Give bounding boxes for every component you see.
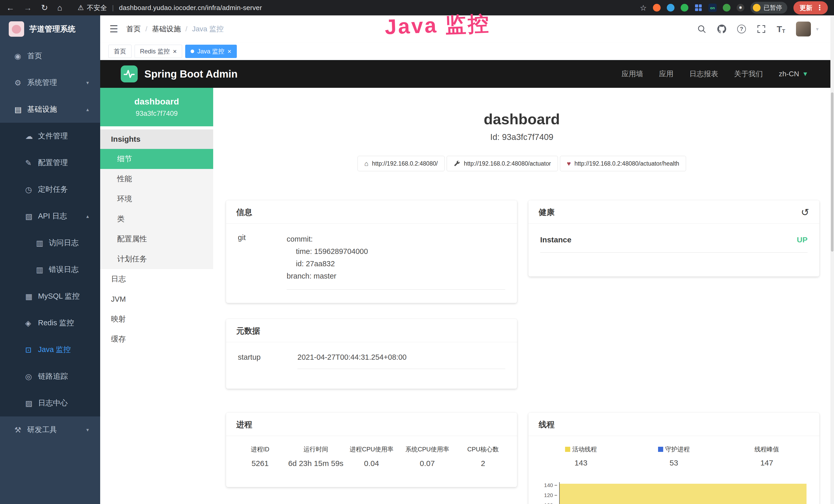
info-card: 信息 git commit: time: 1596289704000 id: 2… (226, 200, 517, 303)
sidebar-item-dev-tools[interactable]: ⚒ 研发工具 ▾ (0, 416, 100, 443)
sba-nav-about[interactable]: 关于我们 (734, 69, 763, 79)
sba-nav-journal[interactable]: 日志报表 (689, 69, 718, 79)
github-icon[interactable] (717, 24, 726, 33)
paused-badge[interactable]: 已暂停 (750, 2, 787, 14)
status-badge: UP (797, 235, 808, 244)
sba-nav-applications[interactable]: 应用 (659, 69, 674, 79)
metadata-key: startup (238, 353, 298, 369)
wrench-icon (454, 160, 460, 167)
sba-item-config-props[interactable]: 配置属性 (100, 229, 213, 249)
caret-down-icon: ▾ (816, 26, 818, 32)
app-logo[interactable]: 芋道管理系统 (0, 16, 100, 43)
extension-icon-grid[interactable] (695, 4, 702, 12)
chevron-down-icon: ▼ (802, 70, 808, 77)
health-url-button[interactable]: ♥ http://192.168.0.2:48080/actuator/heal… (560, 156, 686, 171)
sba-item-metrics[interactable]: 性能 (100, 169, 213, 189)
sidebar-item-system-management[interactable]: ⚙ 系统管理 ▾ (0, 69, 100, 96)
tab-redis-monitor[interactable]: Redis 监控 × (135, 45, 182, 58)
doc-icon: ▥ (36, 265, 49, 274)
sidebar-item-home[interactable]: ◉ 首页 (0, 43, 100, 69)
security-label: 不安全 (87, 3, 107, 12)
y-axis-tick: 140 (534, 482, 557, 488)
chevron-up-icon: ▴ (86, 213, 89, 219)
breadcrumb-separator: / (185, 25, 188, 33)
tab-java-monitor[interactable]: Java 监控 × (185, 45, 237, 58)
sidebar-item-access-logs[interactable]: ▥ 访问日志 (0, 230, 100, 256)
sba-item-logs[interactable]: 日志 (100, 269, 213, 289)
reload-icon[interactable]: ↻ (41, 4, 48, 12)
back-icon[interactable]: ← (6, 4, 14, 12)
sba-item-caches[interactable]: 缓存 (100, 329, 213, 349)
sidebar-item-file-management[interactable]: ☁ 文件管理 (0, 123, 100, 150)
extension-icon-drop[interactable] (667, 4, 675, 12)
sba-item-jvm[interactable]: JVM (100, 289, 213, 309)
clock-icon: ◷ (25, 185, 38, 194)
gear-icon: ⚙ (14, 78, 27, 87)
hamburger-icon[interactable]: ☰ (109, 23, 118, 35)
sba-item-scheduled[interactable]: 计划任务 (100, 249, 213, 269)
sidebar-item-java-monitor[interactable]: ⊡ Java 监控 (0, 336, 100, 363)
page-title: dashboard (213, 110, 830, 128)
sba-brand[interactable]: Spring Boot Admin (144, 68, 238, 80)
sba-language-select[interactable]: zh-CN ▼ (779, 70, 808, 78)
scrollbar-thumb[interactable] (831, 92, 833, 252)
y-axis-tick: 120 (534, 492, 557, 498)
forward-icon[interactable]: → (24, 4, 32, 12)
database-icon: ▦ (25, 292, 38, 301)
sidebar-item-log-center[interactable]: ▨ 日志中心 (0, 390, 100, 416)
help-icon[interactable]: ? (737, 25, 746, 33)
sidebar-item-trace[interactable]: ◎ 链路追踪 (0, 363, 100, 390)
extension-icon-leaf[interactable] (723, 4, 730, 12)
sidebar-item-api-logs[interactable]: ▧ API 日志 ▴ (0, 203, 100, 230)
health-row: Instance UP (540, 235, 808, 253)
instance-header[interactable]: dashboard 93a3fc7f7409 (100, 88, 213, 126)
sba-item-classes[interactable]: 类 (100, 209, 213, 229)
font-size-icon[interactable]: TT (777, 24, 785, 34)
sba-item-mappings[interactable]: 映射 (100, 309, 213, 329)
heart-icon: ♥ (567, 160, 571, 167)
close-icon[interactable]: × (227, 48, 232, 55)
update-button[interactable]: 更新 ⋮ (793, 1, 828, 15)
close-icon[interactable]: × (173, 48, 177, 55)
sidebar-item-infrastructure[interactable]: ▤ 基础设施 ▴ (0, 96, 100, 123)
chrome-toolbar: ☆ on ✱ 已暂停 更新 ⋮ (640, 1, 828, 15)
breadcrumb-home[interactable]: 首页 (126, 24, 141, 34)
url-text: dashboard.yudao.iocoder.cn/infra/admin-s… (119, 4, 262, 12)
cards-column-left: 信息 git commit: time: 1596289704000 id: 2… (226, 200, 517, 487)
extension-icon-orange[interactable] (653, 4, 661, 12)
legend-peak-threads: 线程峰值 147 (720, 445, 813, 467)
sidebar-item-config-management[interactable]: ✎ 配置管理 (0, 150, 100, 176)
active-dot-icon (191, 49, 194, 53)
sba-item-environment[interactable]: 环境 (100, 189, 213, 209)
sba-item-details[interactable]: 细节 (100, 149, 213, 169)
sidebar-item-scheduled-tasks[interactable]: ◷ 定时任务 (0, 176, 100, 203)
service-url-button[interactable]: ⌂ http://192.168.0.2:48080/ (357, 156, 445, 171)
bookmark-icon[interactable]: ☆ (640, 3, 647, 12)
tab-home[interactable]: 首页 (108, 45, 132, 58)
extension-icon-pin[interactable]: ✱ (737, 4, 744, 12)
process-card-header: 进程 (226, 413, 517, 436)
search-icon[interactable] (697, 24, 706, 33)
breadcrumb-infrastructure[interactable]: 基础设施 (152, 24, 181, 34)
history-icon[interactable]: ↺ (801, 207, 809, 217)
threads-card: 线程 活动线程 143 守护进程 (528, 413, 819, 504)
avatar[interactable] (796, 22, 811, 37)
sidebar-item-redis-monitor[interactable]: ◈ Redis 监控 (0, 310, 100, 336)
info-key: git (238, 233, 287, 290)
logo-avatar-icon (9, 21, 24, 37)
update-label: 更新 (799, 4, 812, 12)
extension-icon-green[interactable] (681, 4, 688, 12)
page-scrollbar[interactable] (830, 16, 834, 504)
info-card-header: 信息 (226, 200, 517, 224)
extension-icon-on[interactable]: on (708, 4, 717, 12)
chart-area-live-threads (560, 484, 807, 504)
home-icon[interactable]: ⌂ (57, 4, 62, 12)
fullscreen-icon[interactable] (757, 24, 766, 33)
sidebar-item-error-logs[interactable]: ▥ 错误日志 (0, 256, 100, 283)
chevron-up-icon: ▴ (86, 106, 89, 112)
actuator-url-button[interactable]: http://192.168.0.2:48080/actuator (447, 156, 558, 171)
address-bar[interactable]: ⚠ 不安全 | dashboard.yudao.iocoder.cn/infra… (78, 3, 262, 12)
sba-nav-wallboard[interactable]: 应用墙 (621, 69, 643, 79)
sidebar-item-mysql-monitor[interactable]: ▦ MySQL 监控 (0, 283, 100, 310)
java-monitor-icon: ⊡ (25, 345, 38, 354)
